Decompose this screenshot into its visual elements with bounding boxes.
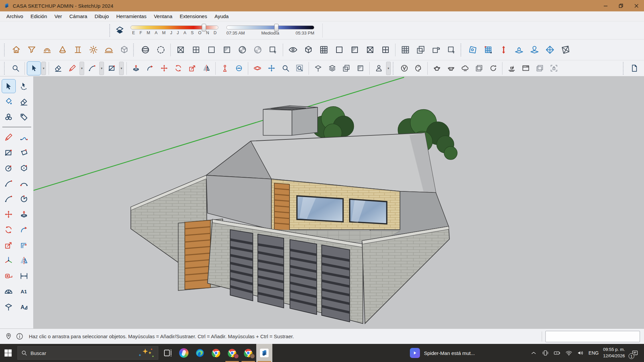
arc-tool-button[interactable] [85,61,99,75]
column-button[interactable] [70,42,86,58]
new-file-button[interactable] [627,61,641,75]
scale-tool-button[interactable] [2,238,16,252]
cone-button[interactable] [55,42,70,58]
pie-tool-button[interactable] [17,192,31,206]
start-button[interactable] [0,344,16,362]
battery-icon[interactable] [553,349,561,357]
chrome-profile-2-button[interactable] [240,344,256,362]
position-camera-tool-button[interactable] [218,61,232,75]
toolbar-grip[interactable] [109,24,111,37]
rectangle-tool-button[interactable] [2,145,16,160]
select-tool-dropdown-icon[interactable]: ▾ [41,62,46,75]
section-plane-button[interactable] [311,61,325,75]
notification-center-button[interactable]: 1 [629,347,641,359]
style-edit-button[interactable] [285,42,301,58]
front-door[interactable] [274,183,289,230]
eraser-tool-button[interactable] [17,95,31,109]
clock[interactable]: 09:55 p. m. 12/04/2026 [603,347,625,359]
section-plane-toggle-button[interactable] [397,42,413,58]
restore-button[interactable] [613,0,629,11]
sun-button[interactable] [86,42,101,58]
dome-levels-button[interactable] [39,42,55,58]
axes-tool-button[interactable] [2,253,16,267]
menu-item[interactable]: Cámara [66,11,91,21]
copilot-button[interactable] [176,344,192,362]
toolbar-grip[interactable] [4,62,6,75]
sandbox-smoove-button[interactable] [496,42,511,58]
section-plane-tool-button[interactable] [2,300,16,314]
phone-link-icon[interactable] [542,349,549,357]
select-tool-button[interactable] [2,79,16,93]
zoom-window-tool-button[interactable] [278,61,292,75]
measurement-input[interactable] [545,331,640,342]
components-tool-button[interactable] [2,110,16,124]
sandbox-from-scratch-button[interactable] [480,42,496,58]
sandbox-add-detail-button[interactable] [542,42,557,58]
follow-me-tool-button[interactable] [17,223,31,237]
menu-item[interactable]: Ver [51,11,66,21]
menu-item[interactable]: Ayuda [211,11,232,21]
gate-3[interactable] [290,240,317,315]
style-wireframe-button[interactable] [204,42,219,58]
vray-render-interactive-button[interactable] [444,61,458,75]
chrome-button[interactable] [208,344,224,362]
toolbar-grip[interactable] [393,62,394,75]
vray-logo-button[interactable] [397,61,411,75]
protractor-tool-button[interactable] [2,284,16,298]
search-input[interactable]: Buscar [17,346,158,360]
view-top-button[interactable] [316,42,331,58]
zoom-extents-tool-button[interactable] [292,61,307,75]
rotate-component-button[interactable] [428,42,444,58]
section-cuts-button[interactable] [339,61,353,75]
toolbar-grip[interactable] [133,44,135,56]
minimize-button[interactable] [598,0,613,11]
toolbar-grip[interactable] [4,44,6,56]
sphere-button[interactable] [138,42,153,58]
orbit-tool-button[interactable] [250,61,264,75]
move-tool-button[interactable] [2,207,16,221]
toolbar-grip[interactable] [461,44,462,56]
section-display-button[interactable] [325,61,339,75]
close-button[interactable] [629,0,644,11]
offset-tool-button[interactable] [17,238,31,252]
window-1[interactable] [297,196,343,222]
rectangle-tool-dropdown-icon[interactable]: ▾ [119,62,124,75]
shadow-toggle-icon[interactable] [114,25,125,36]
menu-item[interactable]: Ventana [150,11,176,21]
text-tool-button[interactable] [17,284,31,298]
view-iso-button[interactable] [301,42,316,58]
sketchup-taskbar-button[interactable] [256,344,272,362]
menu-item[interactable]: Herramientas [113,11,150,21]
stand-button[interactable] [24,42,39,58]
person-figure-dropdown-icon[interactable]: ▾ [386,62,391,75]
view-left-button[interactable] [378,42,393,58]
three-point-arc-tool-button[interactable] [2,192,16,206]
tape-measure-tool-button[interactable] [2,269,16,283]
line-tool-dropdown-icon[interactable]: ▾ [79,62,84,75]
vray-asset-editor-button[interactable] [411,61,425,75]
rotate-tool-button[interactable] [171,61,185,75]
lasso-tool-button[interactable] [17,79,31,93]
arc-tool-dropdown-icon[interactable]: ▾ [99,62,104,75]
vray-refresh-button[interactable] [486,61,500,75]
toolbar-grip[interactable] [623,62,625,75]
push-pull-tool-button[interactable] [129,61,143,75]
three-d-text-tool-button[interactable] [17,300,31,314]
tray-chevron-icon[interactable] [530,349,537,357]
rotated-rectangle-tool-button[interactable] [17,145,31,160]
vray-lock-camera-button[interactable] [547,61,561,75]
hide-rest-button[interactable] [444,42,459,58]
gate-4[interactable] [322,245,350,322]
shadow-date-slider[interactable] [130,25,218,29]
floor-plan-button[interactable] [8,42,24,58]
scale-tool-button[interactable] [185,61,199,75]
gate-2[interactable] [258,234,284,308]
vray-frame-buffer-button[interactable] [472,61,486,75]
style-back-edges-button[interactable] [188,42,204,58]
rooftop-tank[interactable] [263,106,318,135]
flip-tool-button[interactable] [17,253,31,267]
vray-render-region-button[interactable] [533,61,547,75]
sandbox-flip-edge-button[interactable] [557,42,573,58]
view-right-button[interactable] [347,42,362,58]
edge-button[interactable] [192,344,208,362]
